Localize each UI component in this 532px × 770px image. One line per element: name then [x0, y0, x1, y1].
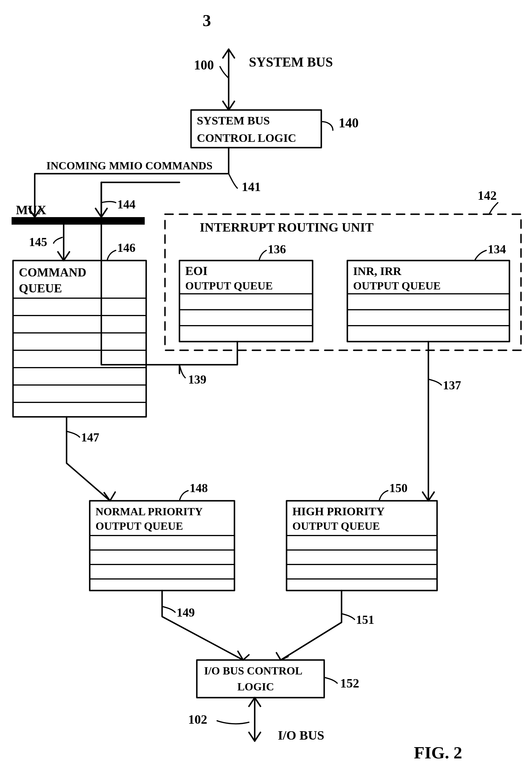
incoming-label: INCOMING MMIO COMMANDS: [46, 159, 212, 172]
cq-l1: COMMAND: [19, 266, 86, 279]
diagram-canvas: 3 SYSTEM BUS 100 SYSTEM BUS CONTROL LOGI…: [0, 0, 532, 770]
figure-label: FIG. 2: [414, 743, 462, 762]
inr-l2: OUTPUT QUEUE: [353, 280, 441, 292]
system-bus-label: SYSTEM BUS: [249, 55, 333, 69]
ref-141: 141: [242, 180, 261, 194]
ref-100: 100: [194, 58, 214, 72]
ref-146: 146: [117, 241, 135, 254]
ref-152: 152: [340, 676, 359, 690]
cq-l2: QUEUE: [19, 282, 62, 295]
ref-102: 102: [188, 712, 207, 727]
eoi-l2: OUTPUT QUEUE: [185, 280, 273, 292]
ref-142: 142: [478, 188, 497, 203]
ref-147: 147: [81, 431, 99, 444]
ref-150: 150: [389, 481, 408, 495]
inr-l1: INR, IRR: [353, 265, 402, 278]
np-l2: OUTPUT QUEUE: [96, 520, 183, 532]
page-number: 3: [203, 11, 211, 30]
sbc-l1: SYSTEM BUS: [197, 114, 270, 127]
io-l2: LOGIC: [237, 681, 274, 693]
mux-bar: [12, 217, 145, 225]
ref-144: 144: [117, 198, 135, 211]
mux-label: MUX: [16, 203, 46, 217]
ref-145: 145: [29, 235, 47, 249]
hp-l2: OUTPUT QUEUE: [292, 520, 380, 532]
ref-149: 149: [177, 606, 195, 619]
hp-l1: HIGH PRIORITY: [292, 505, 385, 518]
io-bus-label: I/O BUS: [278, 728, 324, 743]
np-l1: NORMAL PRIORITY: [96, 505, 203, 518]
ref-136: 136: [268, 243, 286, 256]
sbc-l2: CONTROL LOGIC: [197, 131, 296, 144]
ref-134: 134: [488, 243, 506, 256]
ref-140: 140: [339, 115, 359, 130]
ref-139: 139: [188, 373, 206, 386]
ref-137: 137: [443, 379, 461, 392]
ref-151: 151: [356, 613, 374, 626]
ref-148: 148: [190, 481, 208, 495]
iru-label: INTERRUPT ROUTING UNIT: [200, 220, 374, 234]
io-l1: I/O BUS CONTROL: [204, 665, 302, 677]
eoi-l1: EOI: [185, 264, 208, 278]
